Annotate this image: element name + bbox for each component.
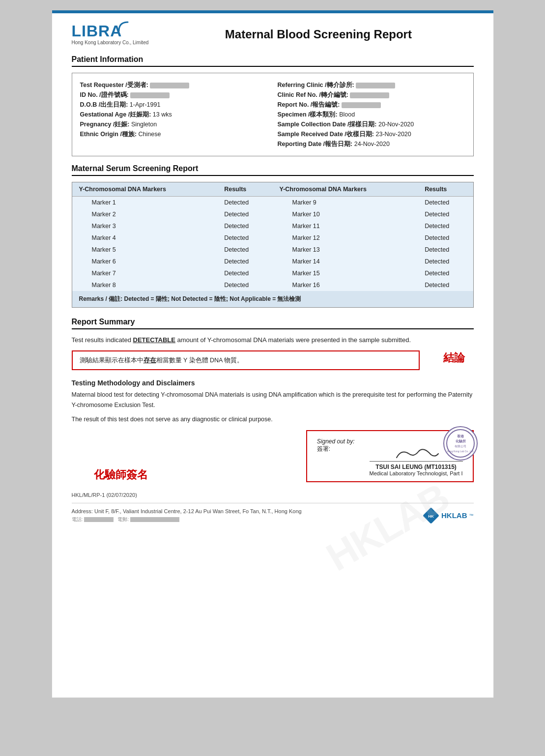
svg-text:HK: HK [428,514,434,519]
header: LIBR A Hong Kong Laboratory Co., Limited… [72,23,474,45]
marker-7-result: Detected [217,267,272,279]
methodology-para2: The result of this test does not serve a… [72,414,474,425]
report-page: LIBR A Hong Kong Laboratory Co., Limited… [52,10,494,698]
marker-4-label: Marker 4 [72,232,218,244]
conclusion-label: 結論 [434,350,474,365]
summary-box: 測驗結果顯示在樣本中存在相當數量 Y 染色體 DNA 物質。 [72,350,420,370]
email-blurred [130,517,179,522]
marker-3-label: Marker 3 [72,220,218,232]
serum-section: Y-Chromosomal DNA Markers Results Y-Chro… [72,182,474,308]
signature-svg [392,444,441,461]
footer-code: HKL/ML/RP-1 (02/07/2020) [72,492,474,498]
logo-text: LIBR A [72,23,122,39]
marker-15-result: Detected [418,267,473,279]
requester-value [150,83,189,88]
marker-12-label: Marker 12 [272,232,418,244]
hklab-tm: ™ [469,513,474,518]
marker-3-result: Detected [217,220,272,232]
detectable-word: DETECTABLE [133,336,175,344]
patient-row-received: Sample Received Date /收樣日期: 23-Nov-2020 [278,129,465,139]
marker-11-label: Marker 11 [272,220,418,232]
hklab-text: HKLAB [441,511,467,520]
svg-text:Hong Kong Lab Co., Ltd.: Hong Kong Lab Co., Ltd. [447,450,474,453]
footer-phones: 電話: 電郵: [72,516,302,523]
marker-12-result: Detected [418,232,473,244]
marker-6-label: Marker 6 [72,256,218,267]
signed-out-chinese: 簽署: [317,445,355,453]
hklab-diamond-icon: HK [423,507,439,524]
serum-section-header: Maternal Serum Screening Report [72,164,474,176]
col4-header: Results [418,182,473,197]
remarks-row: Remarks / 備註: Detected = 陽性; Not Detecte… [72,291,473,307]
svg-text:香港: 香港 [457,434,464,438]
signature-box: 香港 化驗所 有限公司 Hong Kong Lab Co., Ltd. Sign… [306,430,474,482]
patient-row-specimen: Specimen /樣本類別: Blood [278,110,465,119]
methodology-title: Testing Methodology and Disclaimers [72,379,474,387]
marker-13-label: Marker 13 [272,244,418,256]
serum-table: Y-Chromosomal DNA Markers Results Y-Chro… [72,182,473,291]
footer-bottom: Address: Unit F, 8/F., Valiant Industria… [72,507,474,524]
signer-name: TSUI SAI LEUNG (MT101315) [370,464,463,470]
stamp-svg: 香港 化驗所 有限公司 Hong Kong Lab Co., Ltd. [446,429,475,458]
signer-title: Medical Laboratory Technologist, Part I [370,470,463,476]
summary-section-header: Report Summary [72,318,474,329]
patient-row-requester: Test Requester /受測者: [80,80,268,90]
footer-address-block: Address: Unit F, 8/F., Valiant Industria… [72,508,302,523]
footer-section: Address: Unit F, 8/F., Valiant Industria… [72,503,474,524]
hklab-logo: HK HKLAB™ [423,507,474,524]
top-bar [52,10,493,13]
id-value [130,92,170,98]
marker-8-label: Marker 8 [72,279,218,291]
marker-16-result: Detected [418,279,473,291]
marker-5-result: Detected [217,244,272,256]
marker-15-label: Marker 15 [272,267,418,279]
marker-14-result: Detected [418,256,473,267]
marker-13-result: Detected [418,244,473,256]
patient-row-pregnancy: Pregnancy /妊娠: Singleton [80,119,268,129]
signed-out-by: Signed out by: [317,438,355,445]
patient-right-col: Referring Clinic /轉介診所: Clinic Ref No. /… [278,80,465,149]
marker-2-label: Marker 2 [72,208,218,220]
patient-row-reportno: Report No. /報告編號: [278,100,465,110]
chemist-label: 化驗師簽名 [72,467,170,482]
marker-4-result: Detected [217,232,272,244]
marker-7-label: Marker 7 [72,267,218,279]
footer-address-text: Address: Unit F, 8/F., Valiant Industria… [72,508,302,514]
logo-block: LIBR A Hong Kong Laboratory Co., Limited [72,23,149,45]
clinicref-value [350,92,389,98]
patient-section: Test Requester /受測者: ID No. /證件號碼: D.O.B… [72,73,474,156]
marker-1-label: Marker 1 [72,197,218,209]
methodology-para1: Maternal blood test for detecting Y-chro… [72,390,474,411]
patient-left-col: Test Requester /受測者: ID No. /證件號碼: D.O.B… [80,80,268,149]
patient-row-reporting: Reporting Date /報告日期: 24-Nov-2020 [278,139,465,149]
svg-text:有限公司: 有限公司 [455,445,466,448]
marker-10-label: Marker 10 [272,208,418,220]
patient-row-dob: D.O.B /出生日期: 1-Apr-1991 [80,100,268,110]
phone-blurred [84,517,114,522]
stamp-inner: 香港 化驗所 有限公司 Hong Kong Lab Co., Ltd. [446,429,475,458]
patient-row-clinic: Referring Clinic /轉介診所: [278,80,465,90]
reportno-value [342,102,381,108]
table-row: Marker 6 Detected Marker 14 Detected [72,256,473,267]
marker-16-label: Marker 16 [272,279,418,291]
table-row: Marker 3 Detected Marker 11 Detected [72,220,473,232]
summary-box-text1: 測驗結果顯示在樣本中存在相當數量 Y 染色體 DNA 物質。 [80,355,412,365]
marker-1-result: Detected [217,197,272,209]
signed-out-block: Signed out by: 簽署: [317,438,355,453]
table-row: Marker 2 Detected Marker 10 Detected [72,208,473,220]
summary-text: Test results indicated DETECTABLE amount… [72,335,474,346]
lab-stamp: 香港 化驗所 有限公司 Hong Kong Lab Co., Ltd. [443,426,478,461]
table-row: Marker 8 Detected Marker 16 Detected [72,279,473,291]
patient-row-clinicref: Clinic Ref No. /轉介編號: [278,90,465,100]
marker-14-label: Marker 14 [272,256,418,267]
patient-row-ethnic: Ethnic Origin /種族: Chinese [80,129,268,139]
col2-header: Results [217,182,272,197]
patient-row-collection: Sample Collection Date /採樣日期: 20-Nov-202… [278,119,465,129]
table-row: Marker 5 Detected Marker 13 Detected [72,244,473,256]
clinic-value [356,83,395,88]
table-row: Marker 1 Detected Marker 9 Detected [72,197,473,209]
marker-9-result: Detected [418,197,473,209]
logo-arc-icon [118,21,129,32]
patient-row-id: ID No. /證件號碼: [80,90,268,100]
patient-section-header: Patient Information [72,55,474,67]
